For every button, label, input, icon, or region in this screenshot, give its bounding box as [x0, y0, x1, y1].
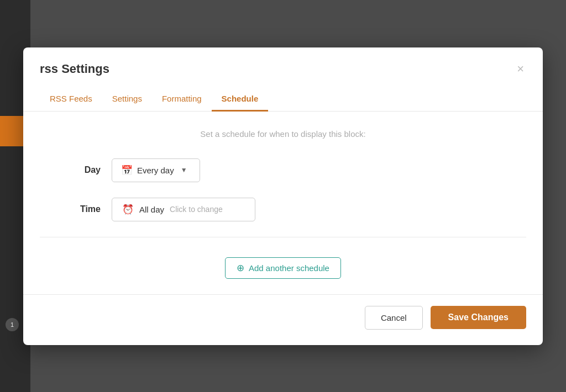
day-label: Day	[40, 165, 112, 175]
day-value: Every day	[137, 166, 174, 175]
modal-title: rss Settings	[40, 62, 109, 76]
modal-body: Set a schedule for when to display this …	[23, 112, 543, 294]
add-schedule-label: Add another schedule	[249, 263, 329, 273]
rss-settings-modal: rss Settings × RSS Feeds Settings Format…	[23, 47, 543, 345]
clock-icon: ⏰	[122, 204, 134, 215]
schedule-subtitle: Set a schedule for when to display this …	[40, 129, 526, 139]
modal-footer: Cancel Save Changes	[23, 294, 543, 345]
plus-circle-icon: ⊕	[237, 263, 244, 273]
chevron-down-icon: ▼	[181, 166, 187, 174]
save-changes-button[interactable]: Save Changes	[431, 306, 526, 329]
calendar-icon: 📅	[121, 165, 133, 176]
cancel-button[interactable]: Cancel	[365, 306, 423, 330]
add-schedule-button[interactable]: ⊕ Add another schedule	[225, 257, 341, 279]
tab-formatting[interactable]: Formatting	[152, 87, 212, 112]
day-row: Day 📅 Every day ▼	[40, 158, 526, 182]
tab-settings[interactable]: Settings	[102, 87, 152, 112]
modal-header: rss Settings ×	[23, 47, 543, 77]
add-schedule-section: ⊕ Add another schedule	[40, 251, 526, 281]
tab-schedule[interactable]: Schedule	[212, 87, 269, 112]
tabs-bar: RSS Feeds Settings Formatting Schedule	[23, 87, 543, 112]
section-divider	[40, 237, 526, 237]
day-dropdown[interactable]: 📅 Every day ▼	[112, 158, 200, 182]
click-to-change-hint: Click to change	[170, 205, 223, 214]
tab-rss-feeds[interactable]: RSS Feeds	[40, 87, 102, 112]
time-label: Time	[40, 204, 112, 214]
close-button[interactable]: ×	[515, 61, 526, 77]
time-value: All day	[139, 205, 164, 214]
modal-overlay: rss Settings × RSS Feeds Settings Format…	[0, 0, 566, 392]
time-button[interactable]: ⏰ All day Click to change	[112, 198, 255, 221]
time-row: Time ⏰ All day Click to change	[40, 198, 526, 221]
